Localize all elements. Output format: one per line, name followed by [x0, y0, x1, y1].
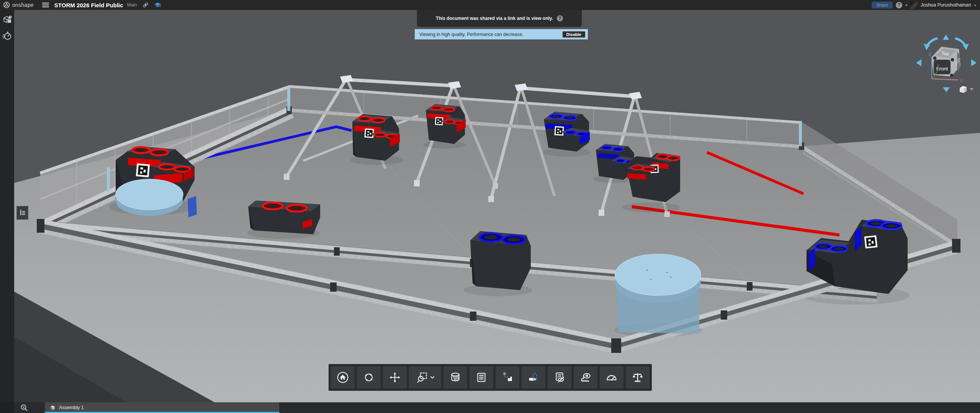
tab-search-icon [20, 403, 28, 412]
quality-banner: Viewing in high quality. Performance can… [415, 29, 588, 39]
onshape-logo[interactable]: onshape [3, 2, 34, 8]
rotate-icon [362, 371, 375, 384]
blue-platform-left [116, 179, 183, 216]
zoom-window-button[interactable] [409, 366, 441, 389]
svg-text:?: ? [10, 15, 11, 18]
tab-assembly-1[interactable]: Assembly 1 [45, 402, 279, 413]
pan-button[interactable] [383, 366, 407, 389]
tab-search-button[interactable] [14, 402, 34, 413]
document-title: STORM 2026 Field Public [54, 2, 123, 8]
blue-low-goal-center [470, 231, 531, 290]
home-icon [336, 371, 349, 384]
top-bar: onshape STORM 2026 Field Public Main Sha… [0, 0, 980, 10]
version-history-icon[interactable] [0, 29, 14, 42]
view-only-banner: This document was shared via a link and … [417, 10, 582, 27]
named-positions-icon [527, 371, 540, 384]
quality-banner-text: Viewing in high quality. Performance can… [419, 32, 524, 37]
education-badge-icon[interactable] [154, 2, 161, 8]
named-positions-button[interactable] [522, 366, 545, 389]
section-view-button[interactable] [443, 366, 467, 389]
tab-label: Assembly 1 [59, 405, 84, 410]
exploded-view-button[interactable] [496, 366, 519, 389]
exploded-view-icon [501, 371, 514, 384]
hidden-items-icon [553, 371, 566, 384]
assembly-3d-viewport[interactable]: Top Front Right Z Y X [14, 10, 980, 402]
user-avatar[interactable] [910, 2, 918, 9]
red-low-goal-front-left [248, 201, 320, 234]
share-button[interactable]: Share [872, 2, 893, 8]
view-cube-top-label: Top [941, 51, 949, 57]
angle-measure-button[interactable] [600, 366, 623, 389]
view-tools-toolbar [329, 364, 652, 391]
view-only-help-icon[interactable]: ? [557, 15, 563, 21]
view-home-button[interactable] [331, 366, 355, 389]
red-goal-tower-back-left [352, 114, 400, 161]
instance-list-toggle[interactable] [16, 206, 28, 220]
workspace-label: Main [127, 2, 137, 8]
measure-button[interactable] [574, 366, 597, 389]
onshape-logo-icon [3, 2, 10, 8]
view-only-parts-icon[interactable]: ? [0, 13, 14, 26]
svg-text:X: X [960, 78, 963, 83]
zoom-window-icon [416, 371, 429, 384]
user-name[interactable]: Joshua Purushothaman [921, 2, 971, 8]
bom-table-icon [475, 371, 488, 384]
svg-text:Y: Y [937, 64, 940, 68]
bom-table-button[interactable] [470, 366, 493, 389]
hidden-items-button[interactable] [548, 366, 571, 389]
share-link-icon[interactable] [142, 2, 149, 8]
pan-icon [388, 371, 401, 384]
list-panel-icon [19, 209, 26, 217]
tab-bar-corner [0, 402, 14, 413]
blue-goal-tower-back-center [544, 112, 590, 152]
user-menu-caret-icon[interactable]: ▾ [974, 3, 976, 7]
view-only-banner-text: This document was shared via a link and … [436, 16, 553, 21]
assembly-tab-icon [49, 405, 56, 411]
measure-tape-icon [579, 371, 592, 384]
svg-text:Z: Z [929, 52, 931, 57]
mass-properties-button[interactable] [626, 366, 650, 389]
scale-icon [631, 371, 644, 384]
document-tab-bar: Assembly 1 [0, 402, 980, 413]
protractor-icon [605, 371, 618, 384]
section-view-icon [449, 371, 462, 384]
help-caret-icon[interactable]: ▾ [905, 3, 907, 7]
zoom-options-caret-icon[interactable] [430, 375, 435, 379]
red-goal-tower-back-center [426, 104, 466, 144]
left-icon-rail: ? [0, 10, 14, 402]
help-icon[interactable]: ? [896, 2, 902, 8]
rotate-button[interactable] [357, 366, 381, 389]
red-goal-tower-mid-right [626, 153, 680, 202]
main-menu-icon[interactable] [42, 3, 49, 7]
brand-text: onshape [12, 2, 34, 8]
blue-platform-center [615, 254, 701, 334]
disable-high-quality-button[interactable]: Disable [562, 31, 586, 38]
